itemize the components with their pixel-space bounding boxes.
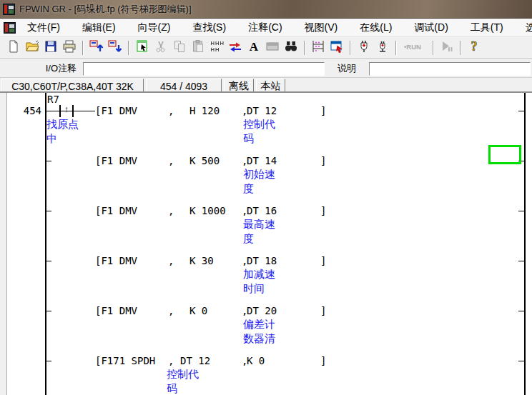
ladder-rung-row: [F1 DMV,K 0,DT 20]偏差计数器清: [0, 293, 532, 343]
run-mode-icon: •RUN: [403, 39, 427, 56]
toolbar-button-save[interactable]: [41, 39, 60, 56]
operand-comment-line: 最高速: [243, 217, 275, 231]
instruction-mnemonic[interactable]: [F1 DMV: [95, 305, 137, 316]
app-icon[interactable]: [3, 4, 15, 15]
menu-item-tools[interactable]: 工具(T): [465, 19, 509, 36]
paste-icon: [191, 39, 205, 56]
branch-tick-right: [518, 211, 526, 211]
branch-tick-left: [45, 211, 51, 211]
branch-tick-left: [45, 161, 51, 161]
toolbar-button-io-contact[interactable]: [207, 39, 226, 56]
io-comment-input[interactable]: [83, 62, 325, 76]
branch-tick-right: [518, 311, 526, 311]
instruction-operand-1[interactable]: K 1000: [189, 205, 226, 216]
instruction-operand-1[interactable]: K 30: [189, 255, 214, 266]
toolbar-button-print[interactable]: [60, 39, 79, 56]
download-to-plc-icon: [108, 39, 122, 56]
menu-item-options[interactable]: 选项(O): [520, 19, 532, 36]
instruction-close-bracket: ]: [320, 155, 326, 166]
open-file-icon: [25, 39, 39, 56]
toolbar-button-jump[interactable]: [226, 39, 245, 56]
instruction-operand-2[interactable]: DT 16: [247, 205, 277, 216]
instruction-operand-2[interactable]: K 0: [247, 355, 265, 366]
toolbar-button-block[interactable]: [263, 39, 282, 56]
operand-comment-line: 控制代: [167, 367, 199, 381]
menu-item-debug[interactable]: 调试(D): [408, 19, 453, 36]
menu-item-online[interactable]: 在线(L): [354, 19, 398, 36]
toolbar-button-open-file[interactable]: [23, 39, 41, 56]
instruction-operand-1[interactable]: H 120: [189, 105, 220, 116]
instruction-mnemonic[interactable]: [F1 DMV: [95, 155, 137, 166]
toolbar-button-upload-from-plc[interactable]: [87, 39, 106, 56]
toolbar-button-offline-plug[interactable]: [373, 39, 392, 56]
instruction-mnemonic[interactable]: [F1 DMV: [95, 105, 137, 116]
operand-comment: 控制代码: [167, 367, 199, 395]
toolbar-button-find-binoculars[interactable]: [282, 39, 300, 56]
instruction-mnemonic[interactable]: [F1 DMV: [95, 205, 137, 216]
menu-item-search[interactable]: 查找(S): [187, 19, 232, 36]
instruction-operand-2[interactable]: DT 20: [247, 305, 277, 316]
toolbar-button-online-plug[interactable]: [355, 39, 373, 56]
cut-icon: [154, 39, 168, 56]
toolbar-button-step-run: [438, 39, 456, 56]
save-icon: [44, 39, 58, 56]
instruction-close-bracket: ]: [320, 355, 326, 366]
document-window-icon[interactable]: [4, 22, 16, 34]
svg-text:?: ?: [471, 39, 478, 54]
operand-comment: 控制代码: [243, 117, 275, 146]
ladder-rung-row: [F1 DMV,K 30,DT 18]加减速时间: [0, 243, 532, 293]
edit-cursor[interactable]: [488, 145, 521, 164]
operand-comment: 最高速度: [243, 217, 275, 246]
ladder-editor[interactable]: 454 R7 ↑ 找原点中 [F1 DMV,H 120,DT 12]控制代码[F…: [0, 91, 532, 395]
instruction-operand-2[interactable]: DT 12: [247, 105, 277, 116]
print-icon: [62, 39, 77, 56]
comma: ,: [168, 155, 174, 166]
toolbar-separator: [433, 41, 434, 55]
comma: ,: [168, 305, 174, 316]
io-comment-label: I/O注释: [0, 62, 83, 75]
menu-item-file[interactable]: 文件(F): [21, 19, 66, 36]
instruction-operand-2[interactable]: DT 18: [247, 255, 277, 266]
instruction-close-bracket: ]: [320, 105, 326, 116]
selection-mode-icon: [135, 39, 149, 56]
toolbar-button-selection-mode[interactable]: [133, 39, 152, 56]
comma: ,: [168, 105, 174, 116]
menu-item-edit[interactable]: 编辑(E): [77, 19, 122, 36]
description-input[interactable]: [369, 62, 531, 76]
toolbar-button-new-file[interactable]: [4, 39, 23, 56]
toolbar-button-ladder-monitor[interactable]: [309, 39, 327, 56]
menu-item-view[interactable]: 视图(V): [299, 19, 344, 36]
ladder-rung-row: [F1 DMV,H 120,DT 12]控制代码: [0, 93, 532, 143]
svg-text:•RUN: •RUN: [404, 43, 421, 51]
toolbar-button-help[interactable]: ?: [465, 39, 483, 56]
operand-comment: 初始速度: [243, 167, 275, 196]
toolbar-button-paste: [189, 39, 207, 56]
menu-item-wizard[interactable]: 向导(Z): [132, 19, 177, 36]
branch-tick-left: [45, 361, 51, 361]
instruction-close-bracket: ]: [320, 305, 326, 316]
offline-plug-icon: [375, 39, 390, 56]
io-comment-bar: I/O注释 说明: [0, 59, 532, 78]
branch-tick-left: [45, 311, 51, 311]
instruction-operand-1[interactable]: K 0: [189, 305, 207, 316]
description-label: 说明: [325, 62, 369, 75]
toolbar-button-monitor-window[interactable]: [327, 39, 346, 56]
toolbar-button-text-comment[interactable]: A: [245, 39, 263, 56]
toolbar-button-copy: [170, 39, 189, 56]
toolbar-separator: [304, 41, 305, 55]
instruction-operand-1[interactable]: DT 12: [180, 355, 210, 366]
io-contact-icon: [210, 39, 224, 56]
block-icon: [265, 39, 280, 56]
instruction-operand-1[interactable]: K 500: [189, 155, 220, 166]
toolbar-separator: [395, 41, 397, 55]
branch-tick-right: [518, 261, 526, 261]
instruction-operand-2[interactable]: DT 14: [247, 155, 277, 166]
svg-text:A: A: [250, 40, 259, 54]
menu-item-comment[interactable]: 注释(C): [242, 19, 287, 36]
monitor-window-icon: [330, 39, 344, 56]
find-binoculars-icon: [284, 39, 298, 56]
instruction-mnemonic[interactable]: [F1 DMV: [95, 255, 137, 266]
toolbar-button-download-to-plc[interactable]: [106, 39, 124, 56]
instruction-mnemonic[interactable]: [F171 SPDH: [95, 355, 155, 366]
online-plug-icon: [357, 39, 371, 56]
